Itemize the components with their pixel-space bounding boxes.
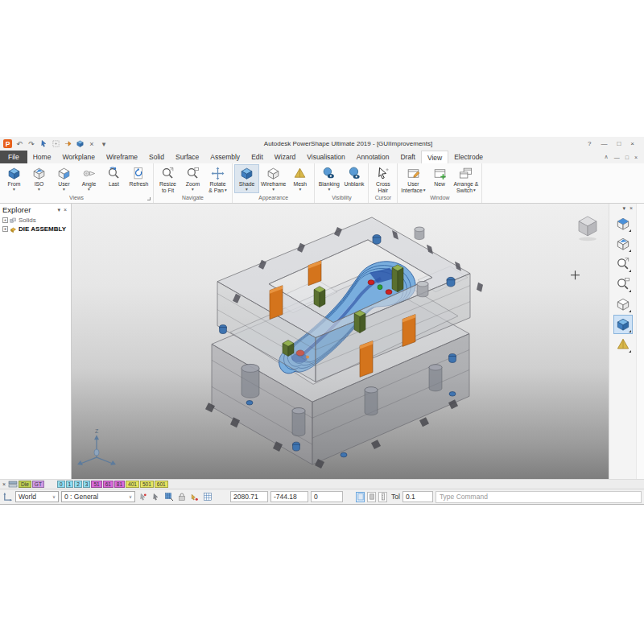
level-chip[interactable]: 51 — [91, 481, 101, 488]
ribbon-tab-bar: File Home Workplane Wireframe Solid Surf… — [0, 151, 644, 163]
import-icon[interactable] — [63, 139, 72, 149]
arrange-switch-button[interactable]: Arrange &Switch▾ — [452, 164, 481, 195]
powershape-logo-icon[interactable]: P — [3, 139, 12, 148]
angle-view-button[interactable]: Angle▾ — [76, 164, 101, 193]
user-interface-button[interactable]: UserInterface▾ — [399, 164, 427, 195]
level-chip[interactable]: 61 — [103, 481, 114, 488]
command-input[interactable] — [436, 491, 642, 503]
restore-button[interactable]: □ — [617, 140, 621, 147]
levels-icon[interactable] — [8, 481, 18, 488]
mesh-tool[interactable] — [613, 335, 633, 354]
level-chip[interactable]: 2 — [74, 481, 82, 488]
delete-icon[interactable]: × — [87, 139, 97, 149]
zoom-tool[interactable] — [613, 275, 633, 294]
minimize-button[interactable]: — — [601, 140, 607, 147]
undo-icon[interactable]: ↶ — [14, 139, 24, 149]
redo-icon[interactable]: ↷ — [27, 139, 36, 149]
user-view-button[interactable]: User▾ — [52, 164, 76, 193]
level-chip[interactable]: 601 — [155, 481, 168, 488]
tab-view[interactable]: View — [421, 151, 448, 163]
level-chip[interactable]: 81 — [114, 481, 125, 488]
doc-restore-button[interactable]: □ — [625, 155, 629, 160]
mesh-button[interactable]: Mesh▾ — [287, 164, 312, 193]
drag-pointer-icon[interactable] — [151, 492, 161, 502]
last-view-button[interactable]: Last — [101, 164, 126, 189]
solid-cube-icon[interactable] — [75, 139, 85, 149]
level-chip[interactable]: GT — [32, 481, 44, 488]
resize-to-fit-button[interactable]: Resizeto Fit — [155, 164, 180, 195]
panel-close-icon[interactable]: × — [630, 205, 633, 212]
rotate-pan-button[interactable]: Rotate& Pan▾ — [205, 164, 230, 195]
tree-item-die-assembly[interactable]: + DIE ASSEMBLY — [0, 225, 71, 233]
3d-viewport-canvas[interactable]: Z — [72, 204, 609, 479]
select-cursor-icon[interactable] — [39, 139, 48, 149]
tab-file[interactable]: File — [0, 151, 27, 163]
wireframe-button[interactable]: Wireframe▾ — [259, 164, 287, 193]
workplane-selector[interactable]: World∨ — [15, 491, 59, 502]
tab-wireframe[interactable]: Wireframe — [101, 151, 143, 163]
explorer-pin-icon[interactable]: ▾ — [56, 207, 62, 213]
from-view-button[interactable]: From▾ — [2, 164, 27, 193]
resize-to-fit-tool[interactable] — [613, 254, 633, 274]
snap-pointer-icon[interactable] — [138, 492, 148, 502]
doc-close-button[interactable]: × — [634, 155, 638, 160]
level-chip[interactable]: 3 — [83, 481, 91, 488]
wireframe-tool[interactable] — [613, 295, 633, 314]
coordinate-z-field[interactable]: 0 — [311, 491, 343, 502]
coordinate-y-field[interactable]: -744.18 — [270, 491, 308, 502]
level-chip[interactable]: 401 — [126, 481, 139, 488]
toggle-ruler-icon[interactable] — [378, 492, 387, 502]
new-window-button[interactable]: New — [427, 164, 452, 189]
cross-hair-button[interactable]: CrossHair — [370, 164, 395, 195]
dropdown-arrow-icon: ▾ — [423, 188, 426, 193]
tree-item-solids[interactable]: + Solids — [0, 216, 71, 225]
levels-close-icon[interactable]: × — [2, 481, 6, 487]
tab-edit[interactable]: Edit — [246, 151, 269, 163]
doc-minimize-button[interactable]: — — [614, 155, 620, 160]
ribbon-collapse-button[interactable]: ∧ — [605, 154, 609, 160]
tab-annotation[interactable]: Annotation — [351, 151, 395, 163]
tab-visualisation[interactable]: Visualisation — [301, 151, 351, 163]
zoom-button[interactable]: Zoom▾ — [180, 164, 205, 193]
panel-pin-icon[interactable]: ▾ — [622, 205, 625, 212]
refresh-view-button[interactable]: Refresh — [126, 164, 151, 189]
blanking-button[interactable]: Blanking▾ — [316, 164, 341, 193]
iso-view-button[interactable]: ISO▾ — [27, 164, 52, 193]
tolerance-field[interactable]: 0.1 — [402, 491, 433, 502]
unblank-button[interactable]: Unblank — [341, 164, 366, 189]
grid-snap-icon[interactable] — [163, 492, 174, 502]
tab-workplane[interactable]: Workplane — [56, 151, 100, 163]
level-chip[interactable]: 1 — [66, 481, 74, 488]
tab-draft[interactable]: Draft — [394, 151, 420, 163]
level-chip[interactable]: 0 — [57, 481, 65, 488]
from-view-tool[interactable] — [613, 214, 633, 233]
tab-solid[interactable]: Solid — [143, 151, 170, 163]
lock-icon[interactable] — [176, 492, 187, 502]
explorer-close-icon[interactable]: × — [62, 207, 68, 213]
tree-expander-icon[interactable]: + — [2, 226, 8, 232]
level-selector[interactable]: 0 : General∨ — [61, 491, 135, 502]
tab-assembly[interactable]: Assembly — [204, 151, 246, 163]
tab-electrode[interactable]: Electrode — [448, 151, 489, 163]
box-select-icon[interactable] — [51, 139, 60, 149]
iso-view-tool[interactable] — [613, 234, 633, 254]
tab-wizard[interactable]: Wizard — [269, 151, 301, 163]
toggle-relative-icon[interactable] — [367, 492, 376, 502]
3d-viewport[interactable]: Z — [72, 204, 609, 479]
help-button[interactable]: ? — [588, 140, 591, 147]
view-cube[interactable] — [579, 217, 597, 241]
coordinate-x-field[interactable]: 2080.71 — [230, 491, 268, 502]
shade-button[interactable]: Shade▾ — [234, 164, 259, 193]
level-chip[interactable]: 501 — [140, 481, 154, 488]
toggle-absolute-icon[interactable] — [356, 492, 365, 502]
shade-tool[interactable] — [613, 315, 633, 334]
close-button[interactable]: × — [630, 140, 634, 147]
tree-expander-icon[interactable]: + — [2, 217, 8, 223]
tab-home[interactable]: Home — [27, 151, 57, 163]
level-chip[interactable]: Die — [19, 481, 31, 488]
views-dialog-launcher-icon[interactable] — [147, 197, 151, 200]
grid-table-icon[interactable] — [202, 492, 213, 502]
tab-surface[interactable]: Surface — [170, 151, 204, 163]
toolbar-overflow-icon[interactable]: ▾ — [99, 139, 109, 149]
intelligent-cursor-icon[interactable] — [189, 492, 200, 502]
